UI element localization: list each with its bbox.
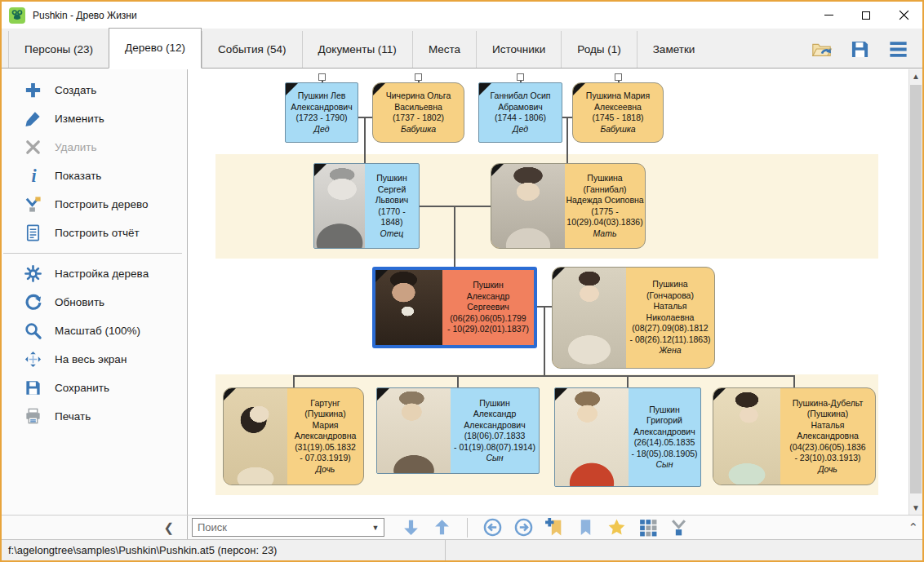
person-name-line: Надежда Осиповна <box>565 195 645 206</box>
person-node-syn-alexandr[interactable]: ПушкинАлександрАлександрович(18(06).07.1… <box>376 387 540 474</box>
sidebar-item-show[interactable]: iПоказать <box>2 162 187 190</box>
person-node-ded-gannibal[interactable]: Ганнибал ОсипАбрамович(1744 - 1806)Дед <box>478 82 562 143</box>
grid-view-button[interactable] <box>637 517 658 538</box>
tree-view-button[interactable] <box>669 517 689 538</box>
person-node-syn-grigory[interactable]: ПушкинГригорийАлександрович(26(14).05.18… <box>554 387 701 487</box>
sidebar-item-build-tree[interactable]: Построить дерево <box>2 190 187 219</box>
tab-notes[interactable]: Заметки <box>637 31 711 68</box>
info-icon: i <box>24 166 42 185</box>
person-name-line: Пушкина <box>565 173 645 184</box>
search-previous-button[interactable] <box>432 517 452 538</box>
sidebar-item-label: Показать <box>55 170 101 182</box>
person-text: Гартунг(Пушкина)МарияАлександровна(31(19… <box>287 388 363 485</box>
person-text: Ганнибал ОсипАбрамович(1744 - 1806)Дед <box>479 83 562 142</box>
relation-label: Сын <box>629 459 700 471</box>
tree-view-icon <box>669 517 689 538</box>
collapse-toolbar-icon[interactable]: ⌃ <box>908 521 918 533</box>
tab-persons[interactable]: Персоны (23) <box>8 31 109 68</box>
person-name-line: 10(29).04(03).1836) <box>565 217 645 228</box>
search-input[interactable] <box>193 521 367 533</box>
maximize-icon <box>862 11 870 20</box>
sidebar-item-tree-settings[interactable]: Настройка дерева <box>2 259 187 288</box>
person-name-line: - 10(29).02(01).1837) <box>442 324 534 335</box>
relation-label: Бабушка <box>573 124 663 135</box>
tree-connector-line <box>454 206 455 267</box>
person-node-zhena[interactable]: Пушкина(Гончарова)НатальяНиколаевна(08(2… <box>552 267 715 369</box>
search-next-button[interactable] <box>401 517 421 538</box>
person-name-line: Васильевна <box>373 102 464 113</box>
person-node-doch-natalia[interactable]: Пушкина-Дубельт(Пушкина)НатальяАлександр… <box>713 387 876 485</box>
tab-sources[interactable]: Источники <box>476 31 561 68</box>
maximize-button[interactable] <box>847 2 885 29</box>
folded-corner-icon <box>375 270 388 282</box>
person-node-ded-pushkin[interactable]: Пушкин ЛевАлександрович(1723 - 1790)Дед <box>285 82 358 143</box>
expand-ancestors-square[interactable] <box>615 73 622 81</box>
person-name-line: Александр <box>442 291 534 303</box>
grid-icon <box>637 517 658 538</box>
scroll-up-icon[interactable]: ▲︎ <box>909 69 922 83</box>
tab-places[interactable]: Места <box>412 31 476 68</box>
person-node-otec[interactable]: ПушкинСергейЛьвович(1770 -1848)Отец <box>313 163 420 249</box>
folded-corner-icon <box>377 388 389 400</box>
sidebar-item-delete[interactable]: Удалить <box>2 133 187 162</box>
zoom-icon <box>24 321 42 340</box>
minimize-button[interactable] <box>810 2 847 29</box>
sidebar-item-label: Построить отчёт <box>55 227 140 239</box>
person-node-doch-maria[interactable]: Гартунг(Пушкина)МарияАлександровна(31(19… <box>223 387 364 485</box>
person-name-line: Пушкина <box>626 279 714 290</box>
save-file-button[interactable] <box>849 38 871 60</box>
person-name-line: (1745 - 1818) <box>573 113 663 124</box>
top-toolbar <box>811 31 922 68</box>
scrollbar-thumb[interactable] <box>910 85 922 493</box>
tab-documents[interactable]: Документы (11) <box>302 31 412 68</box>
person-node-mat[interactable]: Пушкина(Ганнибал)Надежда Осиповна(1775 -… <box>491 163 646 249</box>
add-bookmark-button[interactable] <box>544 517 565 538</box>
sidebar-item-refresh[interactable]: Обновить <box>2 288 187 316</box>
expand-ancestors-square[interactable] <box>517 73 524 81</box>
favorites-button[interactable] <box>606 517 627 538</box>
portrait-otec <box>314 164 365 248</box>
expand-ancestors-square[interactable] <box>415 73 422 81</box>
sidebar-item-fullscreen[interactable]: На весь экран <box>2 345 187 374</box>
scroll-down-icon[interactable]: ▼︎ <box>909 501 922 515</box>
close-button[interactable] <box>885 2 922 29</box>
person-name-line: Чичерина Ольга <box>373 91 464 102</box>
tab-events[interactable]: События (54) <box>202 31 302 68</box>
portrait-zhena <box>553 268 626 368</box>
history-back-button[interactable] <box>482 517 503 538</box>
person-node-babushka-pushkina[interactable]: Пушкина МарияАлексеевна(1745 - 1818)Бабу… <box>572 82 664 143</box>
sidebar-item-create[interactable]: Создать <box>2 76 187 104</box>
tab-tree[interactable]: Дерево (12) <box>109 28 202 69</box>
person-node-pushkin-main[interactable]: ПушкинАлександрСергеевич(06(26).06(05).1… <box>372 267 537 348</box>
open-file-button[interactable] <box>811 38 833 60</box>
tree-connector-line <box>457 375 459 387</box>
person-node-babushka-chicherina[interactable]: Чичерина ОльгаВасильевна(1737 - 1802)Баб… <box>372 82 464 143</box>
expand-ancestors-square[interactable] <box>318 73 326 81</box>
relation-label: Мать <box>565 228 645 240</box>
refresh-icon <box>24 293 42 312</box>
delete-icon <box>24 138 42 157</box>
history-forward-button[interactable] <box>513 517 534 538</box>
tree-canvas[interactable]: Пушкин ЛевАлександрович(1723 - 1790)ДедЧ… <box>189 69 908 515</box>
sidebar-item-edit[interactable]: Изменить <box>2 104 187 133</box>
person-name-line: Григорий <box>629 415 700 427</box>
folded-corner-icon <box>573 83 585 95</box>
sidebar-item-label: Печать <box>55 410 91 423</box>
sidebar-item-print[interactable]: Печать <box>2 402 187 431</box>
sidebar-item-build-report[interactable]: Построить отчёт <box>2 219 187 247</box>
collapse-sidebar-icon[interactable]: ❮ <box>163 521 174 533</box>
tree-connector-line <box>293 375 795 377</box>
sidebar-item-label: Построить дерево <box>55 198 149 210</box>
sidebar-item-label: Обновить <box>55 296 104 308</box>
sidebar-item-scale[interactable]: Масштаб (100%) <box>2 316 187 345</box>
folded-corner-icon <box>373 83 385 95</box>
person-text: Пушкина МарияАлексеевна(1745 - 1818)Бабу… <box>573 83 663 142</box>
bookmark-icon <box>575 517 596 538</box>
chevron-down-icon[interactable]: ▼︎ <box>367 524 384 532</box>
vertical-scrollbar[interactable]: ▲︎ ▼︎ <box>908 69 922 515</box>
sidebar-item-save[interactable]: Сохранить <box>2 374 187 402</box>
tab-clans[interactable]: Роды (1) <box>561 31 636 68</box>
search-combobox[interactable]: ▼︎ <box>192 518 384 537</box>
main-menu-button[interactable] <box>887 38 909 60</box>
bookmarks-button[interactable] <box>575 517 596 538</box>
